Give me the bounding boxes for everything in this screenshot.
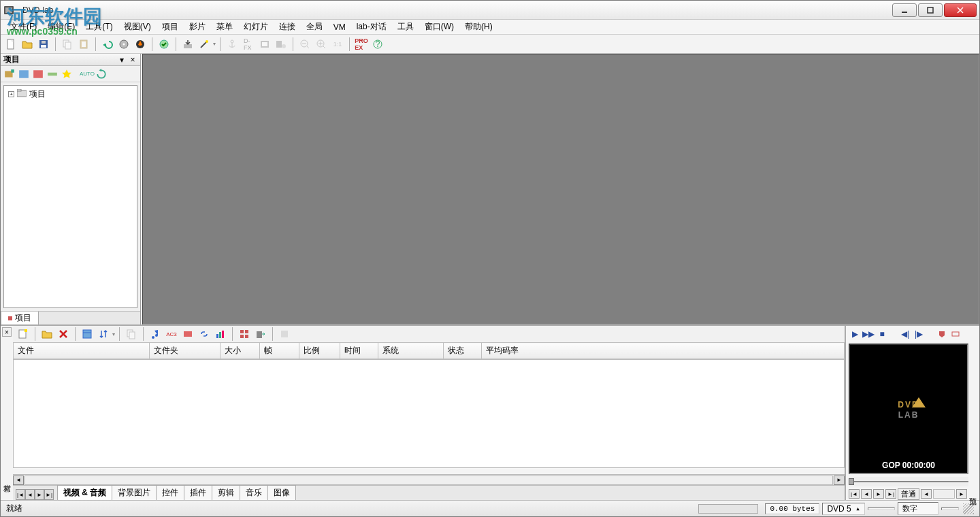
menu-slideshow[interactable]: 幻灯片 [238,20,274,34]
step-forward-icon[interactable]: |▶ [914,329,924,339]
tree-expand-icon[interactable]: + [8,91,14,97]
menu-file[interactable]: 文件(F) [5,20,42,34]
copy-icon[interactable] [60,37,75,52]
close-button[interactable] [944,3,977,17]
col-file[interactable]: 文件 [14,343,150,359]
auto-icon[interactable]: AUTO [81,68,93,80]
scroll-track[interactable] [24,476,833,485]
save-icon[interactable] [36,37,51,52]
asset-ac3-icon[interactable]: AC3 [164,327,179,341]
scroll-left-icon[interactable]: ◄ [13,476,24,485]
tabs-prev-icon[interactable]: ◄ [25,489,35,500]
nav-last-icon[interactable]: ►| [885,489,896,499]
add-bridge-icon[interactable] [46,68,59,80]
asset-new-icon[interactable] [16,327,31,341]
stop-icon[interactable]: ■ [877,329,887,339]
nav-prev-icon[interactable]: ◄ [861,489,872,499]
help-icon[interactable]: ? [370,37,385,52]
preview-screen[interactable]: DVD LAB GOP 00:00:00 [849,344,968,474]
refresh-icon[interactable] [95,68,108,80]
menu-window[interactable]: 窗口(W) [419,20,459,34]
menu-menu[interactable]: 菜单 [211,20,238,34]
col-ratio[interactable]: 比例 [299,343,340,359]
menu-help[interactable]: 帮助(H) [459,20,498,34]
dfx-icon[interactable]: D-FX [241,37,256,52]
tab-clips[interactable]: 剪辑 [212,485,240,500]
menu-edit[interactable]: 编辑(E) [42,20,80,34]
panel-close-icon[interactable]: × [128,55,137,65]
paste-icon[interactable] [76,37,91,52]
tab-controls[interactable]: 控件 [156,485,184,500]
asset-link-icon[interactable] [197,327,212,341]
marker-icon[interactable] [937,329,947,339]
film-icon[interactable] [257,37,272,52]
asset-sort-icon[interactable] [96,327,111,341]
asset-copy-icon[interactable] [124,327,139,341]
output-icon[interactable] [180,37,195,52]
nav-first-icon[interactable]: |◄ [849,489,860,499]
project-tab[interactable]: 项目 [1,312,39,324]
asset-delete-icon[interactable] [56,327,71,341]
menu-vm[interactable]: VM [328,21,351,33]
proex-icon[interactable]: PRO EX [354,37,369,52]
tree-root-node[interactable]: + 项目 [4,86,137,103]
col-system[interactable]: 系统 [378,343,444,359]
anchor-icon[interactable] [225,37,240,52]
validate-icon[interactable] [157,37,172,52]
add-slideshow-icon[interactable] [32,68,44,80]
add-menu-icon[interactable] [18,68,30,80]
asset-props-icon[interactable] [80,327,95,341]
menu-global[interactable]: 全局 [301,20,328,34]
tabs-last-icon[interactable]: ►| [44,489,54,500]
project-tree[interactable]: + 项目 [3,85,137,308]
tab-plugins[interactable]: 插件 [184,485,212,500]
asset-video-icon[interactable] [180,327,195,341]
step-back-icon[interactable]: ◀| [900,329,910,339]
menu-lab-dialog[interactable]: lab-对话 [351,20,392,34]
menu-tool2[interactable]: 工具 [392,20,419,34]
col-frame[interactable]: 帧 [260,343,299,359]
asset-audio-icon[interactable] [148,327,163,341]
asset-clip-icon[interactable] [277,327,292,341]
open-icon[interactable] [20,37,35,52]
asset-export-icon[interactable] [253,327,268,341]
tabs-next-icon[interactable]: ► [35,489,44,500]
resize-grip-icon[interactable] [963,503,974,514]
assets-close-icon[interactable]: × [2,327,12,337]
wizard-icon[interactable] [61,68,73,80]
col-bitrate[interactable]: 平均码率 [482,343,845,359]
menu-project[interactable]: 项目 [157,20,184,34]
assets-list[interactable] [13,359,845,468]
zoom-in-icon[interactable] [314,37,329,52]
minimize-button[interactable] [892,3,917,17]
col-folder[interactable]: 文件夹 [150,343,220,359]
play-icon[interactable]: ▶ [850,329,860,339]
nav-sb-right-icon[interactable]: ► [956,489,967,499]
filmdisc-icon[interactable] [274,37,289,52]
col-status[interactable]: 状态 [444,343,482,359]
add-movie-icon[interactable] [3,68,16,80]
tab-music[interactable]: 音乐 [240,485,268,500]
asset-grid-icon[interactable] [237,327,252,341]
menu-view[interactable]: 视图(V) [118,20,157,34]
asset-chart-icon[interactable] [213,327,228,341]
tab-images[interactable]: 图像 [267,485,296,500]
status-dvd[interactable]: DVD 5 ▴ [822,503,865,515]
col-size[interactable]: 大小 [220,343,260,359]
tabs-first-icon[interactable]: |◄ [16,489,25,500]
zoom-out-icon[interactable] [297,37,312,52]
frame-icon[interactable] [951,329,960,339]
burn-icon[interactable] [133,37,148,52]
menu-movie[interactable]: 影片 [184,20,211,34]
wand-icon[interactable] [197,37,212,52]
asset-open-icon[interactable] [39,327,54,341]
col-time[interactable]: 时间 [340,343,378,359]
nav-next-icon[interactable]: ► [873,489,884,499]
nav-mode-label[interactable]: 普通 [898,488,919,500]
slider-thumb[interactable] [849,478,854,485]
preview-slider[interactable] [849,477,968,486]
maximize-button[interactable] [918,3,943,17]
scroll-right-icon[interactable]: ► [834,476,845,485]
nav-scrollbar[interactable] [933,489,955,499]
tab-video-audio[interactable]: 视频 & 音频 [57,485,112,500]
